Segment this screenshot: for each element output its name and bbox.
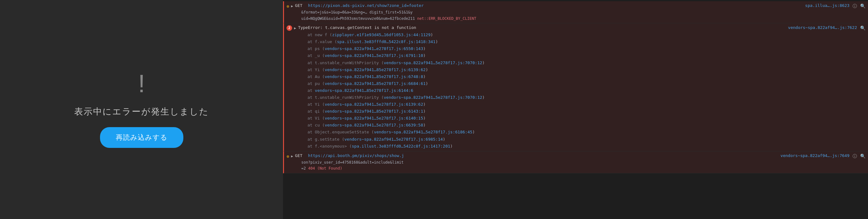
stack-frame-8: at vendors~spa.822af941…85e278f17.js:614… [308, 87, 866, 94]
stack-frame-3: at _u (vendors~spa.822af941…5e278f17.js:… [308, 52, 866, 59]
stack-frame-9: at t.unstable_runWithPriority (vendors~s… [308, 94, 866, 101]
file-ref-3[interactable]: vendors~spa.822af941…5e278f17.js:6791:10 [324, 53, 423, 58]
file-ref-7[interactable]: vendors~spa.822af941…85e278f17.js:6684:6… [324, 81, 426, 86]
file-ref-16[interactable]: spa.illust.3e83fffd0…5422c8f.js:1417:201 [352, 144, 451, 149]
http-method-label-3: GET [295, 153, 305, 159]
info-icon-3[interactable]: ⓘ [852, 153, 857, 159]
http-method-label: GET [295, 2, 305, 9]
stack-frame-13: at cu (vendors~spa.822af941…5e278f17.js:… [308, 122, 866, 129]
error-badge-2: 2 [286, 25, 292, 31]
expand-toggle-icon-3[interactable]: ▶ [291, 154, 293, 159]
file-ref-5[interactable]: vendors~spa.822af941…85e278f17.js:6139:6… [324, 67, 426, 72]
network-error-url-3[interactable]: https://api.booth.pm/pixiv/shops/show.j [308, 153, 404, 159]
stack-frame-12: at Vi (vendors~spa.822af941…5e278f17.js:… [308, 115, 866, 122]
url-extra-3: son?pixiv_user_id=4758168&adult=include&… [295, 159, 866, 171]
error-circle-icon: ⊗ [286, 3, 289, 10]
http-error-label-3: 404 (Not Found) [308, 166, 342, 170]
search-icon[interactable]: 🔍 [860, 2, 866, 9]
file-ref-0[interactable]: zipplayer.e1f1e93d45…16df1053.js:44:1129 [332, 32, 431, 37]
stack-frame-10: at Yi (vendors~spa.822af941…5e278f17.js:… [308, 101, 866, 108]
stack-frame-1: at f.value (spa.illust.3e83fffd0…5422c8f… [308, 38, 866, 45]
expand-toggle-icon[interactable]: ▶ [291, 3, 293, 9]
stack-frame-15: at g.setState (vendors~spa.822af941…5e27… [308, 136, 866, 143]
stack-frame-14: at Object.enqueueSetState (vendors~spa.8… [308, 129, 866, 136]
file-ref-15[interactable]: vendors~spa.822af941…5e278f17.js:6985:14 [344, 137, 443, 142]
file-ref-10[interactable]: vendors~spa.822af941…5e278f17.js:6139:62 [324, 102, 423, 107]
file-ref-11[interactable]: vendors~spa.822af941…85e278f17.js:6143:1 [324, 109, 423, 114]
error-message: 表示中にエラーが発生しました [74, 106, 209, 118]
search-icon-3[interactable]: 🔍 [860, 153, 866, 159]
search-icon-2[interactable]: 🔍 [860, 25, 866, 31]
file-ref-9[interactable]: vendors~spa.822af941…5e278f17.js:7070:12 [384, 95, 482, 100]
developer-console-panel: ⊗ ▶ GET https://pixon.ads-pixiv.net/show… [283, 0, 868, 219]
file-ref-12[interactable]: vendors~spa.822af941…5e278f17.js:6140:15 [324, 116, 423, 121]
file-ref-8[interactable]: vendors~spa.822af941…85e278f17.js:6144:6 [315, 88, 413, 93]
console-entry-network-error-1: ⊗ ▶ GET https://pixon.ads-pixiv.net/show… [283, 1, 868, 23]
stack-frame-5: at Yi (vendors~spa.822af941…85e278f17.js… [308, 66, 866, 73]
network-error-url[interactable]: https://pixon.ads-pixiv.net/show?zone_id… [308, 2, 424, 9]
console-entry-typeerror-2: 2 ▶ TypeError: t.canvas.getContext is no… [283, 23, 868, 151]
info-icon[interactable]: ⓘ [852, 2, 857, 9]
file-ref-2[interactable]: vendors~spa.822af941…e278f17.js:6550:143 [324, 46, 423, 51]
stack-frame-16: at f.<anonymous> (spa.illust.3e83fffd0…5… [308, 143, 866, 150]
network-error-content: GET https://pixon.ads-pixiv.net/show?zon… [295, 2, 866, 22]
file-ref-6[interactable]: vendors~spa.822af941…85e278f17.js:6748:8 [324, 74, 423, 79]
url-extra: &format=js&s=1&up=0&a=33&ng=… digits_fir… [295, 9, 866, 22]
expand-toggle-icon-2[interactable]: ▶ [294, 26, 296, 31]
error-circle-icon-3: ⊗ [286, 153, 289, 160]
source-ref-link-2[interactable]: vendors~spa.822af94….js:7622 [788, 25, 857, 31]
file-ref-14[interactable]: vendors~spa.822af941…5e278f17.js:6186:45 [374, 130, 472, 134]
stack-frame-11: at qi (vendors~spa.822af941…85e278f17.js… [308, 108, 866, 115]
file-ref-13[interactable]: vendors~spa.822af941…5e278f17.js:6639:58 [324, 123, 423, 127]
stack-frame-7: at pu (vendors~spa.822af941…85e278f17.js… [308, 80, 866, 87]
error-exclamation-icon: ! [138, 71, 145, 96]
file-ref-4[interactable]: vendors~spa.822af941…5e278f17.js:7070:12 [384, 60, 482, 65]
net-error-label: net::ERR_BLOCKED_BY_CLIENT [417, 17, 476, 21]
network-error-3-content: GET https://api.booth.pm/pixiv/shops/sho… [295, 153, 866, 172]
typeerror-content: TypeError: t.canvas.getContext is not a … [298, 25, 866, 150]
stack-trace: at new f (zipplayer.e1f1e93d45…16df1053.… [298, 31, 866, 150]
file-ref-1[interactable]: spa.illust.3e83fffd0…5422c8f.js:1418:341 [337, 39, 436, 44]
error-display-panel: ! 表示中にエラーが発生しました 再読み込みする [0, 0, 283, 219]
reload-button[interactable]: 再読み込みする [100, 127, 183, 148]
console-entry-network-error-3: ⊗ ▶ GET https://api.booth.pm/pixiv/shops… [283, 151, 868, 174]
stack-frame-2: at ps (vendors~spa.822af941…e278f17.js:6… [308, 45, 866, 52]
typeerror-message: TypeError: t.canvas.getContext is not a … [298, 25, 416, 31]
stack-frame-6: at Au (vendors~spa.822af941…85e278f17.js… [308, 73, 866, 80]
stack-frame-4: at t.unstable_runWithPriority (vendors~s… [308, 60, 866, 66]
source-ref-link-3[interactable]: vendors~spa.822af94….js:7649 [781, 153, 849, 159]
source-ref-link-1[interactable]: spa.illua….js:8623 [805, 2, 849, 9]
stack-frame-0: at new f (zipplayer.e1f1e93d45…16df1053.… [308, 31, 866, 38]
